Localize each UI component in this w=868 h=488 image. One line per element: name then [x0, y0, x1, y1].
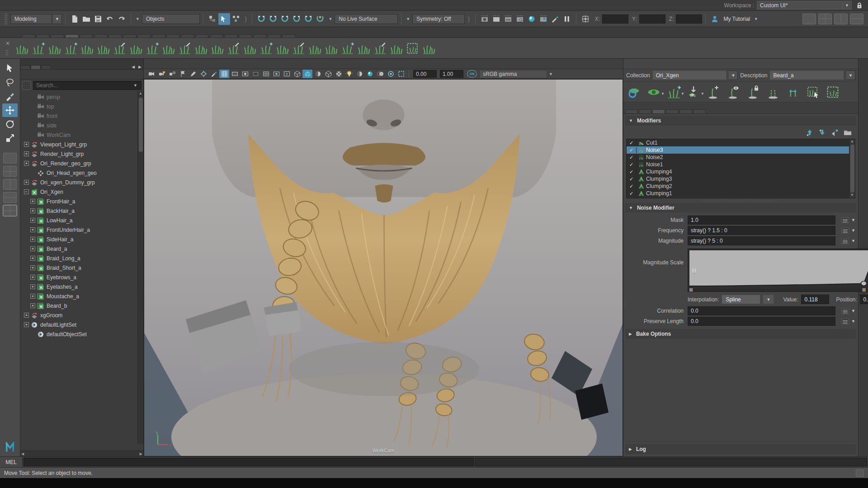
command-input[interactable] [24, 458, 474, 466]
outliner-item[interactable]: WorkCam [20, 130, 143, 140]
expression-editor-icon[interactable] [841, 308, 849, 314]
outliner-item[interactable]: + xgGroom [20, 310, 143, 320]
viewport-toggle-button[interactable] [157, 70, 167, 78]
xgen-tool-button[interactable] [625, 83, 642, 101]
snap-button[interactable] [291, 13, 302, 25]
viewport-toggle-button[interactable] [386, 70, 396, 78]
outliner-item[interactable]: persp [20, 92, 143, 102]
command-language-toggle[interactable]: MEL [0, 457, 23, 467]
viewport-toggle-button[interactable] [313, 70, 323, 78]
expander-icon[interactable]: + [30, 294, 35, 299]
attribute-menu-arrow-icon[interactable]: ▼ [851, 309, 855, 313]
shelf-tool-button[interactable] [209, 40, 225, 57]
log-section-header[interactable]: ▶ Log [625, 444, 856, 454]
shelf-tab[interactable] [65, 34, 79, 38]
outliner-tree[interactable]: persp top front side [20, 91, 143, 450]
shelf-tab[interactable] [137, 34, 151, 38]
viewport-toggle-button[interactable] [354, 70, 364, 78]
modifier-toolbar-button[interactable] [844, 128, 852, 138]
gamma-field[interactable]: 1.00 [440, 70, 463, 78]
shelf-tab[interactable] [210, 34, 223, 38]
viewport-toggle-button[interactable] [261, 70, 271, 78]
collection-dropdown-arrow-icon[interactable]: ▼ [729, 70, 738, 80]
modifier-list-scrollbar[interactable]: ▲ ▼ [849, 139, 855, 198]
shelf-tab[interactable] [224, 34, 238, 38]
toolbar-button[interactable] [69, 13, 80, 25]
shelf-tool-button[interactable] [46, 40, 62, 57]
viewport-toggle-button[interactable] [271, 70, 281, 78]
outliner-item[interactable]: + Render_Light_grp [20, 149, 143, 159]
snap-button[interactable] [255, 13, 267, 25]
outliner-item[interactable]: + Eyebrows_a [20, 272, 143, 282]
expander-icon[interactable]: + [30, 265, 35, 270]
layout-button[interactable] [802, 14, 816, 24]
shelf-tool-button[interactable] [258, 40, 274, 57]
outliner-item[interactable]: side [20, 121, 143, 130]
shelf-tab[interactable] [282, 34, 296, 38]
expander-icon[interactable]: + [30, 199, 35, 204]
modifier-row[interactable]: ✓ Clumping4 [627, 168, 855, 175]
attribute-input[interactable]: stray() ? 1.5 : 0 [688, 226, 835, 235]
toolbar-button[interactable] [80, 13, 92, 25]
xgen-tab[interactable] [679, 109, 692, 113]
outliner-item[interactable]: + Braid_Long_a [20, 253, 143, 263]
render-button[interactable] [502, 13, 514, 25]
modifier-enabled-checkbox[interactable]: ✓ [627, 191, 637, 197]
expression-editor-icon[interactable] [841, 217, 849, 223]
ramp-key-handle[interactable]: ⊠ [689, 287, 693, 292]
xgen-tool-button[interactable]: ▼ [645, 83, 662, 101]
viewport-toggle-button[interactable] [240, 70, 250, 78]
snap-button[interactable] [279, 13, 291, 25]
shelf-tab[interactable] [36, 34, 50, 38]
expander-icon[interactable]: + [30, 218, 35, 223]
viewport-toggle-button[interactable] [365, 70, 375, 78]
viewport-toggle-button[interactable] [250, 70, 260, 78]
workspace-dropdown-arrow-icon[interactable]: ▼ [843, 1, 852, 9]
shelf-tab[interactable] [152, 34, 165, 38]
outliner-item[interactable]: + LowHair_a [20, 216, 143, 225]
shelf-tab[interactable] [181, 34, 194, 38]
modifier-toolbar-button[interactable] [806, 128, 814, 138]
outliner-item[interactable]: − Ori_Xgen [20, 187, 143, 197]
render-button[interactable] [514, 13, 526, 25]
layout-button[interactable] [850, 14, 863, 24]
expander-icon[interactable]: + [30, 227, 35, 232]
symmetry-select[interactable]: Symmetry: Off [412, 14, 465, 24]
expression-editor-icon[interactable] [841, 319, 849, 324]
search-dropdown-arrow-icon[interactable]: ▼ [133, 83, 138, 88]
menu-set-select[interactable]: Modeling [10, 14, 52, 24]
outliner-item[interactable]: + Beard_a [20, 244, 143, 253]
shelf-tool-button[interactable] [144, 40, 160, 57]
modifiers-section-header[interactable]: ▼ Modifiers [625, 116, 856, 126]
shelf-tab[interactable] [239, 34, 252, 38]
selection-mask-arrow-icon[interactable]: ▼ [134, 17, 141, 21]
xgen-tool-button[interactable]: ▼ [665, 83, 682, 101]
color-management-toggle[interactable]: ON [467, 70, 477, 78]
xgen-tab[interactable] [639, 109, 651, 113]
objects-filter-select[interactable]: Objects [142, 14, 200, 24]
toolbar-grip[interactable] [5, 13, 8, 25]
xgen-tool-button[interactable] [705, 83, 722, 101]
noise-modifier-section-header[interactable]: ▼ Noise Modifier [625, 203, 856, 213]
scroll-up-icon[interactable]: ▲ [850, 139, 854, 144]
tool-option-arrow-icon[interactable]: ▼ [681, 92, 684, 96]
viewport-toggle-button[interactable] [323, 70, 333, 78]
shelf-tool-button[interactable] [111, 40, 127, 57]
xgen-tab[interactable] [652, 109, 665, 113]
snap-button[interactable] [302, 13, 314, 25]
shelf-tool-button[interactable] [225, 40, 241, 57]
tool-option-arrow-icon[interactable]: ▼ [701, 92, 704, 96]
select-mode-button[interactable] [207, 13, 218, 25]
outliner-search-box[interactable]: ▼ [33, 81, 142, 90]
outliner-item[interactable]: + BackHair_a [20, 206, 143, 216]
viewport-toggle-button[interactable] [198, 70, 208, 78]
modifier-row[interactable]: ✓ Clumping2 [627, 183, 855, 190]
shelf-tab[interactable] [51, 34, 64, 38]
outliner-filter-icon[interactable] [22, 81, 31, 90]
attribute-menu-arrow-icon[interactable]: ▼ [851, 218, 855, 222]
modifier-row[interactable]: ✓ Noise3 [627, 146, 855, 154]
attribute-input[interactable]: 1.0 [688, 216, 835, 225]
viewport-toggle-button[interactable] [302, 70, 312, 78]
render-button[interactable] [549, 13, 561, 25]
four-pane-layout-button[interactable] [3, 166, 17, 177]
